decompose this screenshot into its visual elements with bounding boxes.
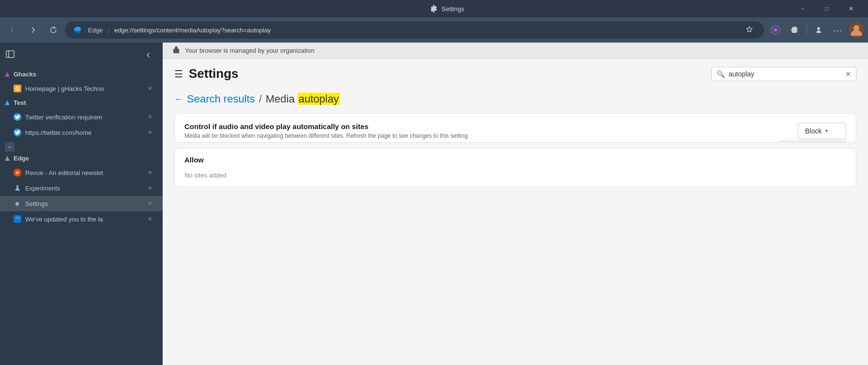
hamburger-button[interactable]: ☰: [174, 68, 183, 80]
address-text: edge://settings/content/mediaAutoplay?se…: [114, 27, 737, 34]
autoplay-dropdown-button[interactable]: Block ▾: [798, 123, 846, 139]
group-label-test: Test: [14, 99, 26, 106]
favicon-twitter-verify: [14, 113, 21, 121]
edge-group-separator: [0, 142, 163, 152]
tab-title-twitter-home: https://twitter.com/home: [25, 129, 141, 136]
avatar[interactable]: [849, 22, 864, 38]
edge-logo: [71, 23, 84, 37]
edge-group-collapse[interactable]: [5, 142, 15, 152]
settings-icon: [430, 5, 438, 13]
allow-header: Allow: [175, 149, 856, 168]
tab-group-test[interactable]: Test: [0, 96, 163, 109]
tab-close-ghacks-home[interactable]: ✕: [145, 84, 155, 93]
tab-title-ghacks-home: Homepage | gHacks Techno: [25, 85, 141, 92]
sidebar: Ghacks G Homepage | gHacks Techno ✕ Test…: [0, 43, 163, 365]
close-button[interactable]: ✕: [840, 0, 862, 17]
tab-title-experiments: Experiments: [25, 185, 141, 192]
org-banner: Your browser is managed by your organiza…: [163, 43, 868, 58]
control-autoplay-card: Control if audio and video play automati…: [174, 113, 856, 143]
breadcrumb-highlight: autoplay: [298, 93, 340, 105]
title-bar-controls: − □ ✕: [792, 0, 862, 17]
settings-content: Your browser is managed by your organiza…: [163, 43, 868, 365]
copilot-button[interactable]: [767, 21, 784, 39]
settings-title: Settings: [189, 66, 239, 81]
breadcrumb-area: ← Search results / Media autoplay: [163, 87, 868, 113]
control-card-main: Control if audio and video play automati…: [175, 114, 856, 142]
tab-close-revue[interactable]: ✕: [145, 168, 155, 177]
tab-close-twitter-verify[interactable]: ✕: [145, 112, 155, 122]
settings-title-area: ☰ Settings: [174, 66, 239, 81]
tab-title-update: We've updated you to the la: [25, 216, 141, 223]
dropdown-option-allow[interactable]: Allow: [779, 142, 846, 143]
group-icon-test: [5, 101, 10, 105]
tab-close-twitter-home[interactable]: ✕: [145, 128, 155, 137]
nav-separator: [807, 25, 807, 35]
tab-title-revue: Revue - An editorial newslet: [25, 169, 141, 176]
tab-item-update[interactable]: We've updated you to the la ✕: [0, 211, 163, 227]
nav-bar: Edge | edge://settings/content/mediaAuto…: [0, 17, 868, 43]
tab-item-twitter-verify[interactable]: Twitter verification requirem ✕: [0, 109, 163, 125]
tab-item-twitter-home[interactable]: https://twitter.com/home ✕: [0, 125, 163, 140]
svg-rect-5: [6, 51, 14, 58]
breadcrumb-prefix: Media: [266, 93, 298, 105]
allow-empty-text: No sites added: [175, 168, 856, 187]
refresh-button[interactable]: [45, 21, 62, 39]
minimize-button[interactable]: −: [792, 0, 814, 17]
tab-close-experiments[interactable]: ✕: [145, 183, 155, 193]
dropdown-arrow-icon: ▾: [825, 128, 828, 133]
main-layout: Ghacks G Homepage | gHacks Techno ✕ Test…: [0, 43, 868, 365]
group-icon-edge: [5, 156, 10, 161]
group-label-edge: Edge: [14, 155, 29, 162]
forward-button[interactable]: [24, 21, 42, 39]
tab-title-settings: Settings: [25, 200, 141, 207]
sidebar-toggle-button[interactable]: [6, 50, 15, 61]
allow-sites-card: Allow No sites added: [174, 148, 856, 187]
favicon-twitter-home: [14, 129, 21, 136]
favicon-update: [14, 215, 21, 223]
autoplay-dropdown-wrapper: Block ▾ Allow Limit Bloc: [798, 123, 846, 139]
control-card-description: Media will be blocked when navigating be…: [184, 132, 469, 139]
control-card-title: Control if audio and video play automati…: [184, 122, 469, 131]
breadcrumb-back-button[interactable]: ←: [174, 94, 183, 104]
favicon-ghacks: G: [14, 85, 21, 92]
group-label-ghacks: Ghacks: [14, 71, 36, 78]
search-box[interactable]: 🔍 ✕: [711, 67, 856, 81]
tab-group-ghacks[interactable]: Ghacks: [0, 68, 163, 81]
search-icon: 🔍: [716, 70, 725, 78]
address-bar[interactable]: Edge | edge://settings/content/mediaAuto…: [65, 21, 764, 39]
extensions-button[interactable]: [786, 21, 804, 39]
sidebar-collapse-button[interactable]: [139, 46, 157, 64]
tab-item-ghacks-home[interactable]: G Homepage | gHacks Techno ✕: [0, 81, 163, 96]
favicon-revue: R: [14, 169, 21, 176]
content-area: Control if audio and video play automati…: [163, 113, 868, 365]
favicon-settings: [14, 200, 21, 207]
setting-info: Control if audio and video play automati…: [184, 122, 469, 139]
tab-close-update[interactable]: ✕: [145, 214, 155, 224]
favorites-button[interactable]: [741, 21, 758, 39]
sidebar-header: [0, 43, 163, 68]
title-bar-title: Settings: [442, 5, 464, 13]
nav-right-icons: ···: [767, 21, 864, 39]
back-button[interactable]: [4, 21, 21, 39]
title-bar-center: Settings: [430, 5, 464, 13]
tab-group-edge[interactable]: Edge: [0, 152, 163, 165]
search-clear-button[interactable]: ✕: [845, 70, 851, 78]
tab-title-twitter-verify: Twitter verification requirem: [25, 114, 141, 121]
tab-close-settings[interactable]: ✕: [145, 199, 155, 208]
autoplay-dropdown-menu: Allow Limit Block: [778, 141, 846, 143]
search-results-link[interactable]: Search results: [187, 93, 255, 105]
maximize-button[interactable]: □: [816, 0, 838, 17]
title-bar: Settings − □ ✕: [0, 0, 868, 17]
org-icon: [172, 46, 180, 54]
more-button[interactable]: ···: [829, 21, 847, 39]
breadcrumb-current: Media autoplay: [266, 93, 340, 105]
tab-item-experiments[interactable]: Experiments ✕: [0, 180, 163, 196]
tab-item-revue[interactable]: R Revue - An editorial newslet ✕: [0, 165, 163, 180]
profiles-button[interactable]: [810, 21, 827, 39]
tab-item-settings[interactable]: Settings ✕: [0, 196, 163, 211]
group-icon-ghacks: [5, 72, 10, 77]
breadcrumb-separator: /: [259, 93, 262, 105]
dropdown-current-value: Block: [805, 127, 822, 135]
favicon-experiments: [14, 184, 21, 192]
search-input[interactable]: [729, 70, 841, 78]
